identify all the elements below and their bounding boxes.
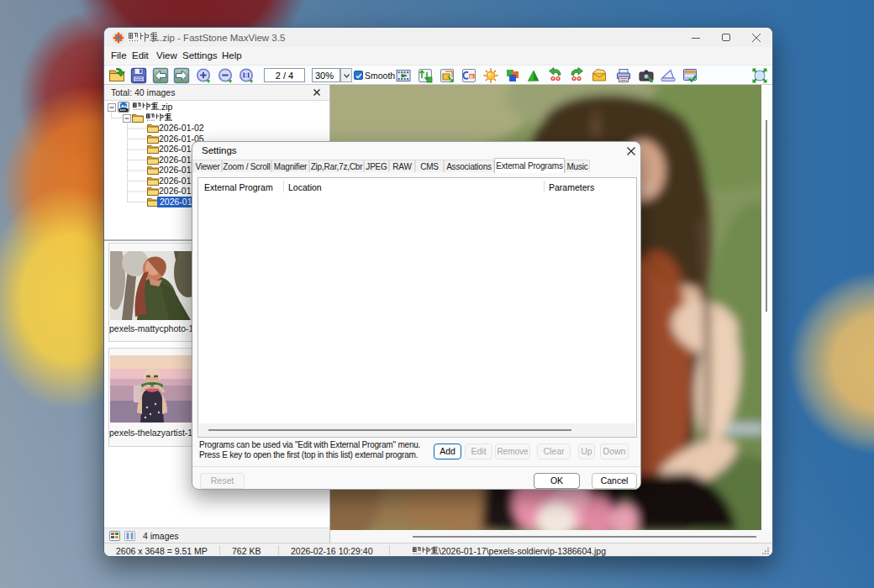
svg-text:B: B (469, 74, 473, 79)
